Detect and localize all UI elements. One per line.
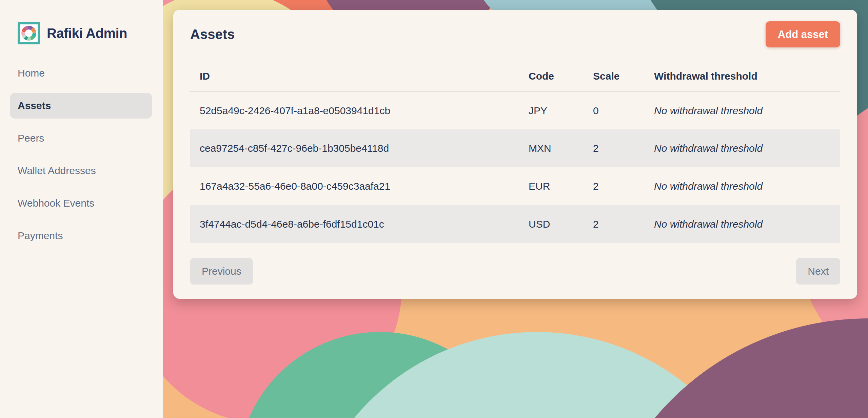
sidebar-item-webhook-events[interactable]: Webhook Events	[10, 190, 152, 216]
sidebar-item-home[interactable]: Home	[10, 60, 152, 86]
add-asset-button[interactable]: Add asset	[766, 21, 840, 47]
table-header: ID Code Scale Withdrawal threshold	[190, 61, 840, 91]
sidebar-item-assets[interactable]: Assets	[10, 93, 152, 119]
brand: Rafiki Admin	[18, 22, 152, 44]
assets-table: ID Code Scale Withdrawal threshold 52d5a…	[190, 61, 840, 243]
cell-id: 52d5a49c-2426-407f-a1a8-e0503941d1cb	[190, 91, 519, 129]
cell-code: MXN	[519, 129, 584, 167]
card-header: Assets Add asset	[190, 21, 840, 47]
cell-code: JPY	[519, 91, 584, 129]
app-title: Rafiki Admin	[47, 26, 127, 41]
pagination: Previous Next	[190, 258, 840, 285]
table-row: 52d5a49c-2426-407f-a1a8-e0503941d1cb JPY…	[190, 91, 840, 129]
cell-id: 167a4a32-55a6-46e0-8a00-c459c3aafa21	[190, 167, 519, 205]
sidebar: Rafiki Admin Home Assets Peers Wallet Ad…	[0, 0, 163, 418]
cell-withdrawal-threshold: No withdrawal threshold	[645, 129, 840, 167]
page-title: Assets	[190, 27, 235, 42]
table-row: 3f4744ac-d5d4-46e8-a6be-f6df15d1c01c USD…	[190, 205, 840, 243]
cell-code: EUR	[519, 167, 584, 205]
cell-scale: 2	[584, 205, 645, 243]
cell-withdrawal-threshold: No withdrawal threshold	[645, 205, 840, 243]
column-header-id: ID	[190, 61, 519, 91]
cell-scale: 2	[584, 167, 645, 205]
sidebar-nav: Home Assets Peers Wallet Addresses Webho…	[0, 60, 163, 249]
next-button[interactable]: Next	[796, 258, 840, 285]
app-root: Rafiki Admin Home Assets Peers Wallet Ad…	[0, 0, 868, 418]
rafiki-donut-icon	[21, 26, 36, 41]
table-row: cea97254-c85f-427c-96eb-1b305be4118d MXN…	[190, 129, 840, 167]
cell-scale: 2	[584, 129, 645, 167]
sidebar-item-peers[interactable]: Peers	[10, 125, 152, 151]
assets-card: Assets Add asset ID Code Scale Withdrawa…	[173, 10, 857, 299]
sidebar-item-payments[interactable]: Payments	[10, 223, 152, 249]
column-header-code: Code	[519, 61, 584, 91]
cell-code: USD	[519, 205, 584, 243]
cell-id: cea97254-c85f-427c-96eb-1b305be4118d	[190, 129, 519, 167]
main-area: Assets Add asset ID Code Scale Withdrawa…	[163, 0, 868, 418]
column-header-scale: Scale	[584, 61, 645, 91]
sidebar-item-wallet-addresses[interactable]: Wallet Addresses	[10, 158, 152, 184]
cell-withdrawal-threshold: No withdrawal threshold	[645, 167, 840, 205]
column-header-withdrawal-threshold: Withdrawal threshold	[645, 61, 840, 91]
cell-withdrawal-threshold: No withdrawal threshold	[645, 91, 840, 129]
table-row: 167a4a32-55a6-46e0-8a00-c459c3aafa21 EUR…	[190, 167, 840, 205]
previous-button[interactable]: Previous	[190, 258, 253, 285]
cell-scale: 0	[584, 91, 645, 129]
cell-id: 3f4744ac-d5d4-46e8-a6be-f6df15d1c01c	[190, 205, 519, 243]
rafiki-logo-icon	[18, 22, 40, 44]
